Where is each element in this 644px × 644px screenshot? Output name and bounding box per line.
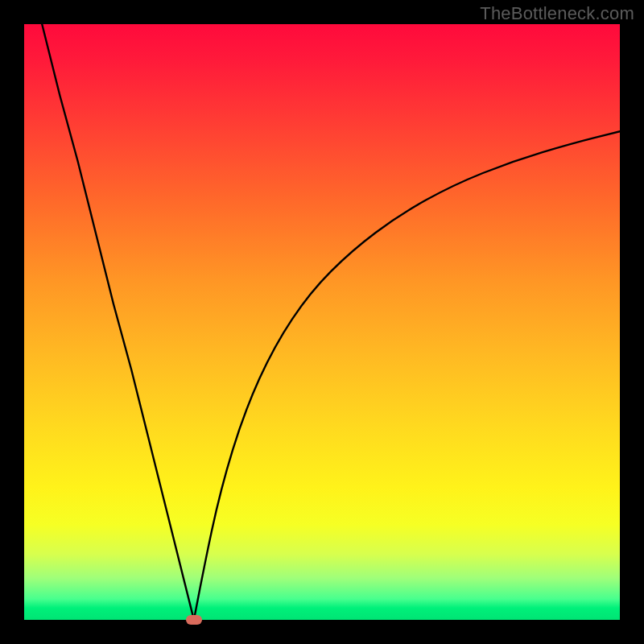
plot-area: [24, 24, 620, 620]
curve-right-branch: [194, 131, 620, 620]
minimum-marker: [186, 615, 202, 625]
watermark-text: TheBottleneck.com: [480, 3, 634, 24]
chart-frame: TheBottleneck.com: [0, 0, 644, 644]
curve-svg: [24, 24, 620, 620]
curve-left-branch: [42, 24, 194, 620]
